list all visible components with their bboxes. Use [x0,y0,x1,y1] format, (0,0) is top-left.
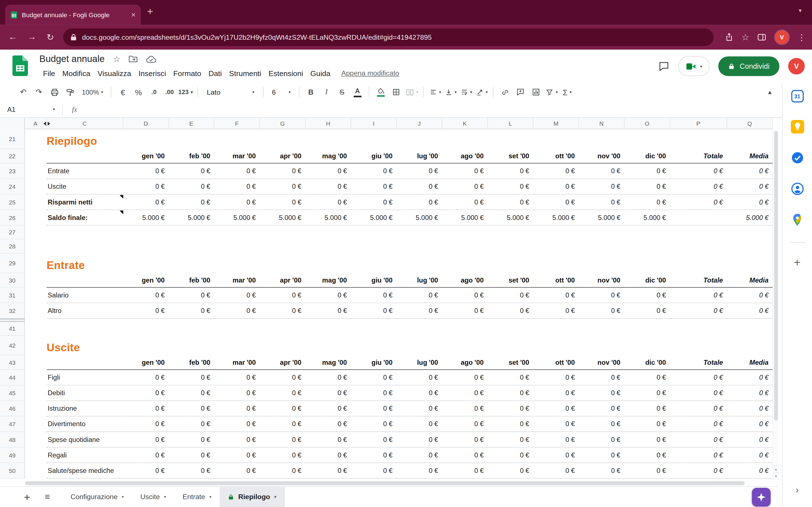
cell[interactable]: mag '00 [306,149,351,163]
cell[interactable]: 5.000 € [727,210,773,225]
cell[interactable] [25,336,47,355]
vertical-scrollbar[interactable]: ▲ ▼ [772,129,779,480]
cell[interactable]: 0 € [351,463,397,478]
cell[interactable]: Totale [670,273,727,287]
cell[interactable]: 0 € [534,179,579,194]
scroll-down-button[interactable]: ▼ [773,472,779,480]
cell[interactable]: 0 € [727,432,773,447]
column-header-E[interactable]: E [169,118,214,129]
cell[interactable]: 0 € [260,432,306,447]
cell[interactable]: 0 € [534,432,579,447]
font-size-select[interactable]: 6▾ [268,85,294,99]
cell[interactable]: 0 € [123,194,169,210]
cell[interactable]: Totale [670,149,727,163]
more-formats-button[interactable]: 123▾ [178,85,193,99]
cell[interactable]: feb '00 [169,149,214,163]
cell[interactable]: 0 € [442,370,488,385]
scroll-up-button[interactable]: ▲ [773,465,779,473]
cell[interactable]: 0 € [260,163,306,178]
row-header-49[interactable]: 49 [0,448,25,463]
tab-search-chevron-icon[interactable]: ▾ [799,7,802,14]
column-header-G[interactable]: G [260,118,306,129]
contacts-icon[interactable] [791,182,804,196]
cell[interactable]: 0 € [624,303,670,318]
cell[interactable]: dic '00 [624,273,670,287]
cell[interactable]: 0 € [488,163,534,178]
cell[interactable]: 0 € [488,463,534,478]
cell[interactable]: 0 € [351,385,397,400]
cell[interactable]: 0 € [351,401,397,416]
cell[interactable] [25,239,47,253]
vertical-align-button[interactable]: ▾ [444,85,458,99]
cell[interactable]: 0 € [488,194,534,210]
cell[interactable]: 0 € [579,432,624,447]
cell[interactable]: set '00 [488,273,534,287]
cell[interactable]: 0 € [670,463,727,478]
cell[interactable]: 0 € [397,303,442,318]
row-header-24[interactable]: 24 [0,179,25,194]
horizontal-scrollbar[interactable] [25,480,772,486]
cell[interactable]: 0 € [169,194,214,210]
cell[interactable]: 0 € [727,463,773,478]
bold-button[interactable]: B [304,85,318,99]
text-wrap-button[interactable]: ▾ [460,85,473,99]
cell[interactable]: 0 € [397,416,442,432]
cell[interactable]: giu '00 [351,149,397,163]
cell[interactable]: 0 € [123,288,169,302]
horizontal-scrollbar-thumb[interactable] [25,481,745,485]
cell[interactable]: 0 € [123,416,169,432]
column-header-N[interactable]: N [579,118,624,129]
cell[interactable]: 0 € [670,385,727,400]
cell[interactable]: 0 € [727,370,773,385]
insert-link-button[interactable] [499,85,512,99]
cell[interactable]: 0 € [169,163,214,178]
menu-inserisci[interactable]: Inserisci [135,68,169,79]
row-label-cell[interactable]: Salute/spese mediche [47,463,123,478]
cell[interactable]: 0 € [488,448,534,462]
menu-strumenti[interactable]: Strumenti [225,68,265,79]
column-header-O[interactable]: O [624,118,670,129]
cell[interactable] [25,401,47,416]
cell[interactable]: 0 € [670,303,727,318]
paint-format-button[interactable] [63,85,77,99]
calendar-icon[interactable]: 31 [791,90,804,103]
cell[interactable] [25,210,47,226]
cell[interactable]: 0 € [306,448,351,462]
cell[interactable]: ott '00 [534,273,579,287]
cell[interactable]: 0 € [214,194,260,210]
cell[interactable]: 0 € [260,370,306,385]
cell[interactable]: 0 € [727,401,773,416]
row-header-28[interactable]: 28 [0,239,25,253]
cell[interactable]: mar '00 [214,273,260,287]
row-header-23[interactable]: 23 [0,163,25,179]
cell[interactable]: apr '00 [260,149,306,163]
cell[interactable]: 0 € [123,303,169,318]
row-header-44[interactable]: 44 [0,370,25,385]
cell[interactable]: 0 € [670,288,727,302]
cell[interactable] [670,210,727,225]
back-icon[interactable]: ← [8,32,17,43]
new-tab-button[interactable]: + [147,6,153,17]
row-header-30[interactable]: 30 [0,273,25,288]
cell[interactable]: 0 € [397,179,442,194]
cell[interactable]: 0 € [670,432,727,447]
create-filter-button[interactable]: ▾ [545,85,559,99]
borders-button[interactable] [390,85,403,99]
cell[interactable]: 0 € [169,401,214,416]
cell[interactable]: 0 € [397,163,442,178]
cell[interactable]: 0 € [442,288,488,302]
column-header-D[interactable]: D [123,118,169,129]
row-label-cell[interactable]: Altro [47,303,123,318]
cell[interactable]: 0 € [260,288,306,302]
cell[interactable]: 5.000 € [579,210,624,225]
cell[interactable]: nov '00 [579,273,624,287]
row-header-42[interactable]: 42 [0,336,25,355]
cell[interactable]: 0 € [260,385,306,400]
cell[interactable]: 0 € [488,303,534,318]
menu-file[interactable]: File [40,68,59,79]
cell[interactable] [25,355,47,370]
cell[interactable]: 0 € [260,303,306,318]
cell[interactable]: 0 € [624,401,670,416]
forward-icon[interactable]: → [28,32,36,43]
cell[interactable]: 0 € [169,303,214,318]
